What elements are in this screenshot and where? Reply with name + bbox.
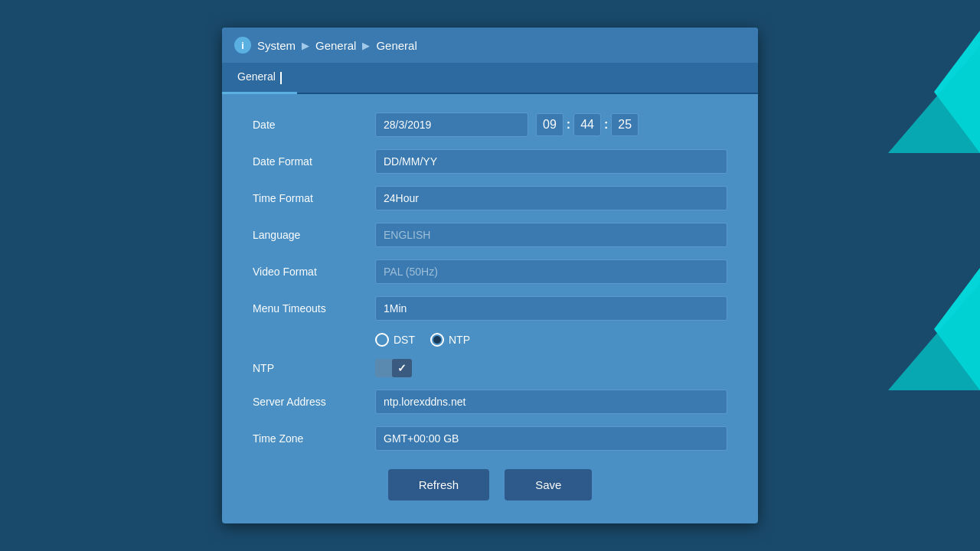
svg-marker-0	[934, 31, 980, 153]
server-address-label: Server Address	[253, 396, 375, 408]
breadcrumb-arrow-1: ▶	[302, 40, 309, 51]
ntp-toggle-row: NTP ✓	[253, 359, 727, 377]
breadcrumb-general-2: General	[376, 39, 416, 52]
date-format-label: Date Format	[253, 155, 375, 168]
save-button[interactable]: Save	[505, 469, 592, 500]
date-label: Date	[253, 119, 375, 131]
video-format-row: Video Format	[253, 259, 727, 284]
checkmark-icon: ✓	[397, 362, 407, 374]
time-zone-row: Time Zone	[253, 426, 727, 451]
toggle-background: ✓	[375, 359, 412, 377]
menu-timeouts-field	[375, 296, 727, 321]
menu-timeouts-row: Menu Timeouts	[253, 296, 727, 321]
tab-general[interactable]: General	[222, 63, 297, 93]
toggle-indicator: ✓	[392, 359, 412, 377]
dst-radio[interactable]	[375, 333, 389, 347]
date-input[interactable]	[375, 112, 528, 137]
time-hours[interactable]: 09	[536, 113, 564, 136]
language-input[interactable]	[375, 223, 727, 247]
svg-marker-2	[934, 268, 980, 390]
server-address-field	[375, 390, 727, 414]
radio-row: DST NTP	[253, 333, 727, 347]
date-format-row: Date Format	[253, 149, 727, 174]
time-seconds[interactable]: 25	[611, 113, 639, 136]
ntp-radio-label[interactable]: NTP	[430, 333, 470, 347]
time-format-label: Time Format	[253, 192, 375, 204]
menu-timeouts-input[interactable]	[375, 296, 727, 321]
breadcrumb-system: System	[257, 39, 296, 52]
ntp-radio[interactable]	[430, 333, 444, 347]
breadcrumb-bar: i System ▶ General ▶ General	[222, 28, 758, 63]
breadcrumb-arrow-2: ▶	[362, 40, 370, 51]
language-label: Language	[253, 229, 375, 241]
breadcrumb-general-1: General	[315, 39, 356, 52]
date-format-field	[375, 149, 727, 174]
time-minutes[interactable]: 44	[573, 113, 601, 136]
video-format-field	[375, 259, 727, 284]
tab-bar: General	[222, 63, 758, 93]
server-address-input[interactable]	[375, 390, 727, 414]
svg-marker-3	[888, 283, 980, 390]
form-content: Date 09 : 44 : 25 Date Format Time Forma…	[222, 94, 758, 523]
tab-cursor	[280, 72, 282, 84]
video-format-label: Video Format	[253, 266, 375, 278]
time-colon-2: :	[603, 118, 609, 132]
menu-timeouts-label: Menu Timeouts	[253, 302, 375, 315]
svg-marker-1	[888, 46, 980, 153]
ntp-toggle-field: ✓	[375, 359, 727, 377]
time-zone-field	[375, 426, 727, 451]
date-row: Date 09 : 44 : 25	[253, 112, 727, 137]
date-field: 09 : 44 : 25	[375, 112, 727, 137]
time-display: 09 : 44 : 25	[536, 113, 639, 136]
video-format-input[interactable]	[375, 259, 727, 284]
time-format-row: Time Format	[253, 186, 727, 210]
date-format-input[interactable]	[375, 149, 727, 174]
time-format-input[interactable]	[375, 186, 727, 210]
time-format-field	[375, 186, 727, 210]
dst-radio-label[interactable]: DST	[375, 333, 415, 347]
ntp-radio-inner	[433, 336, 441, 344]
main-dialog: i System ▶ General ▶ General General Dat…	[222, 28, 758, 523]
language-row: Language	[253, 223, 727, 247]
server-address-row: Server Address	[253, 390, 727, 414]
ntp-field-label: NTP	[253, 362, 375, 374]
time-zone-label: Time Zone	[253, 432, 375, 445]
time-zone-input[interactable]	[375, 426, 727, 451]
button-row: Refresh Save	[253, 469, 727, 500]
time-colon-1: :	[565, 118, 572, 132]
info-icon: i	[234, 37, 251, 54]
ntp-toggle[interactable]: ✓	[375, 359, 727, 377]
language-field	[375, 223, 727, 247]
refresh-button[interactable]: Refresh	[388, 469, 490, 500]
